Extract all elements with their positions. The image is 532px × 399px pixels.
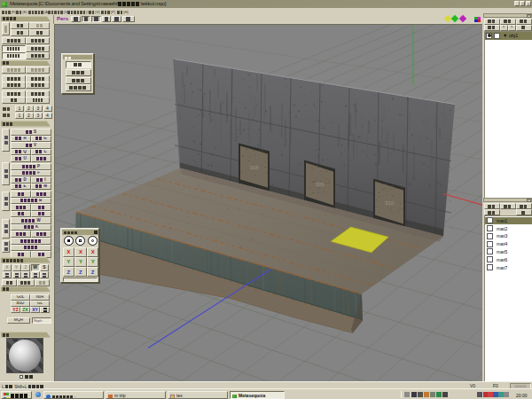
svg-text:308: 308 [249, 164, 259, 169]
svg-text:309: 309 [315, 181, 325, 186]
svg-text:310: 310 [385, 200, 395, 205]
